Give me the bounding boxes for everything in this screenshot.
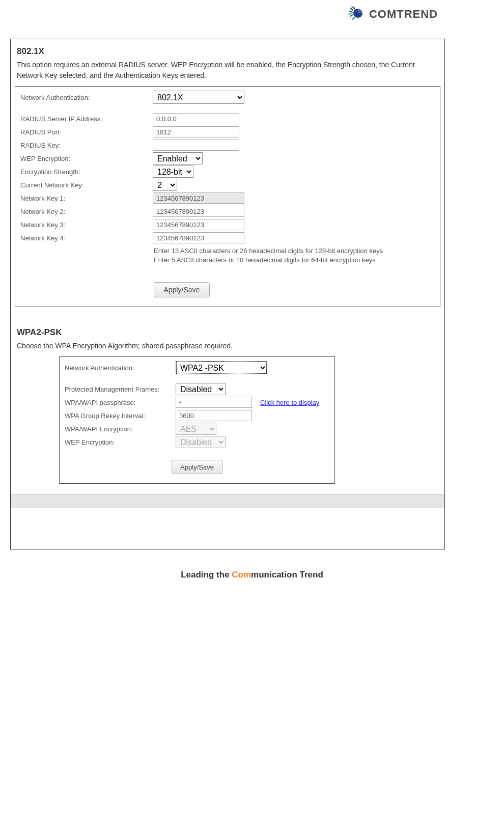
svg-line-6 [349, 14, 351, 14]
hint-line-2: Enter 5 ASCII characters or 10 hexadecim… [154, 256, 435, 265]
input-key2[interactable] [153, 206, 244, 217]
input-radius-port[interactable] [153, 126, 239, 137]
svg-line-1 [351, 8, 353, 10]
label-current-key: Current Network Key: [20, 181, 153, 189]
label-key3: Network Key 3: [20, 221, 153, 229]
svg-line-4 [354, 7, 355, 9]
section-title-wpa2psk: WPA2-PSK [17, 327, 444, 338]
label-passphrase: WPA/WAPI passphrase: [65, 399, 176, 406]
label-pmf: Protected Management Frames: [65, 385, 176, 393]
description-header [11, 494, 444, 508]
description-body [11, 508, 444, 544]
input-key3[interactable] [153, 219, 244, 230]
label-radius-key: RADIUS Key: [20, 142, 153, 149]
select-wep-encryption2: Disabled [176, 436, 226, 448]
select-wpa-encryption: AES [176, 423, 216, 435]
hint-text: Enter 13 ASCII characters or 26 hexadeci… [154, 244, 435, 268]
input-passphrase[interactable] [176, 397, 252, 408]
input-key4[interactable] [153, 232, 244, 243]
label-radius-port: RADIUS Port: [20, 128, 153, 136]
label-rekey: WPA Group Rekey Interval: [65, 412, 176, 420]
label-radius-ip: RADIUS Server IP Address: [20, 115, 153, 123]
input-key1[interactable] [153, 192, 244, 204]
footer-tagline: Leading the Communication Trend [0, 570, 504, 580]
label-wep-encryption: WEP Encryption: [20, 155, 153, 162]
section-desc-8021x: This option requires an external RADIUS … [17, 60, 438, 81]
svg-line-5 [353, 17, 354, 19]
label-encryption-strength: Encryption Strength: [20, 168, 153, 176]
input-radius-key[interactable] [153, 140, 239, 151]
label-key1: Network Key 1: [20, 195, 153, 202]
label-wep-encryption2: WEP Encryption: [65, 438, 176, 446]
svg-line-2 [350, 11, 352, 12]
link-display-passphrase[interactable]: Click here to display [260, 399, 319, 406]
label-network-auth: Network Authentication: [20, 94, 153, 101]
section-title-8021x: 802.1X [17, 46, 444, 57]
select-network-auth2[interactable]: WPA2 -PSK [176, 361, 267, 374]
select-current-key[interactable]: 2 [153, 179, 177, 191]
brand-text: COMTREND [369, 8, 438, 21]
input-rekey[interactable] [176, 410, 252, 421]
label-key4: Network Key 4: [20, 234, 153, 242]
select-network-auth[interactable]: 802.1X [153, 91, 244, 104]
brand-mark-icon [347, 5, 365, 23]
apply-save-button[interactable]: Apply/Save [154, 282, 210, 297]
svg-line-3 [350, 15, 353, 16]
label-network-auth2: Network Authentication: [65, 364, 176, 372]
select-pmf[interactable]: Disabled [176, 383, 226, 395]
panel-8021x: Network Authentication: 802.1X RADIUS Se… [15, 86, 440, 307]
apply-save-button2[interactable]: Apply/Save [172, 460, 222, 474]
svg-line-7 [352, 6, 353, 8]
content-frame: 802.1X This option requires an external … [10, 39, 445, 549]
select-encryption-strength[interactable]: 128-bit [153, 166, 193, 178]
select-wep-encryption[interactable]: Enabled [153, 152, 203, 164]
page-header: COMTREND [0, 0, 504, 34]
panel-wpa2psk: Network Authentication: WPA2 -PSK Protec… [59, 356, 335, 484]
hint-line-1: Enter 13 ASCII characters or 26 hexadeci… [154, 246, 435, 256]
section-desc-wpa2psk: Choose the WPA Encryption Algorithm; sha… [17, 341, 438, 351]
input-radius-ip[interactable] [153, 113, 239, 124]
label-key2: Network Key 2: [20, 208, 153, 215]
brand-logo: COMTREND [347, 5, 438, 23]
label-wpa-encryption: WPA/WAPI Encryption: [65, 425, 176, 433]
